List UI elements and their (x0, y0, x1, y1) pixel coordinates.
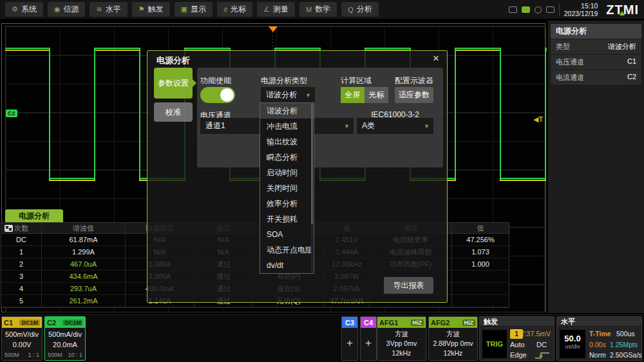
analysis-type-dropdown[interactable]: 谐波分析▼ (261, 87, 315, 103)
results-tab[interactable]: 电源分析 (5, 209, 63, 223)
table-cell: 261.2mA (42, 295, 125, 307)
menu-horizontal-button[interactable]: ≋水平 (90, 2, 127, 17)
channel-name: C2 (47, 319, 56, 327)
trigger-position-marker[interactable] (269, 26, 278, 32)
menu-item-inrush[interactable]: 冲击电流 (260, 119, 314, 134)
summary-row-voltage: 电压通道C1 (551, 54, 641, 70)
tab-parameter-settings[interactable]: 参数设置 (154, 68, 193, 99)
impedance-badge: HiZ (462, 319, 476, 326)
horizontal-icon: ≋ (96, 5, 102, 14)
analysis-type-menu: 谐波分析 冲击电流 输出纹波 瞬态分析 启动时间 关闭时间 效率分析 开关损耗 … (260, 102, 314, 274)
table-cell: 1.299A (42, 246, 125, 258)
trigger-panel[interactable]: 触发 TRIG 1 T:37.5mV Auto DC Edge (479, 316, 554, 361)
source-icon: ◉ (54, 5, 61, 14)
col-order: 次数 DC 1 2 3 4 5 (1, 223, 42, 307)
table-cell: 5 (1, 295, 41, 307)
menu-item-harmonic[interactable]: 谐波分析 (260, 103, 314, 119)
measure-icon: ∠ (263, 5, 270, 14)
menu-trigger-button[interactable]: ⚑触发 (132, 2, 170, 17)
horizontal-offset: 0.00s (589, 341, 606, 348)
touch-icon[interactable] (546, 6, 554, 13)
analysis-type-label: 电源分析类型 (261, 75, 307, 86)
menu-analysis-button[interactable]: Q分析 (341, 2, 379, 17)
tab-calibration[interactable]: 校准 (154, 102, 193, 122)
menu-math-button[interactable]: M数学 (299, 2, 337, 17)
iec-class-dropdown[interactable]: A类▼ (357, 118, 433, 134)
add-channel-button[interactable]: + (361, 337, 376, 350)
screen-status-icon[interactable] (509, 6, 517, 13)
menu-item-dvdt[interactable]: dv/dt (260, 258, 314, 273)
summary-title: 电源分析 (551, 24, 641, 39)
trigger-source-box[interactable]: TRIG (482, 330, 507, 358)
table-cell: 2 (1, 258, 41, 271)
menu-item-transient[interactable]: 瞬态分析 (260, 149, 314, 165)
timebase-scale: 50.0 (560, 334, 585, 343)
status-tray: 15:10 2023/12/19 ZTMI (509, 0, 639, 19)
menu-item-efficiency[interactable]: 效率分析 (260, 196, 314, 211)
trigger-level-value: T:37.5mV (521, 330, 551, 338)
ttime-value: 500us (616, 330, 635, 338)
brand-logo: ZTMI (602, 3, 639, 17)
impedance-badge: HiZ (411, 319, 424, 326)
add-channel-button[interactable]: + (342, 337, 357, 350)
menu-measure-button[interactable]: ∠测量 (257, 2, 295, 17)
channel-c3-block[interactable]: C3 + (341, 316, 358, 361)
usb-icon[interactable] (522, 6, 530, 13)
menu-item-rds[interactable]: 动态开点电阻 (260, 242, 314, 258)
cursor-icon: # (223, 6, 227, 14)
table-cell (452, 283, 509, 295)
table-cell (452, 295, 509, 307)
menu-display-button[interactable]: ▣显示 (175, 2, 213, 17)
menu-item-shutdown[interactable]: 关闭时间 (260, 180, 314, 196)
menu-scrollbar-thumb[interactable] (311, 104, 313, 224)
menu-system-button[interactable]: ⚙系统 (5, 2, 43, 17)
enable-toggle[interactable] (200, 87, 235, 103)
math-icon: M (306, 6, 312, 14)
c2-ground-marker[interactable]: C2 (6, 110, 17, 117)
horizontal-panel[interactable]: 水平 50.0 us/div T-Time 500us 0.00s 1.25Mp… (556, 316, 642, 361)
menu-item-ripple[interactable]: 输出纹波 (260, 134, 314, 149)
col-harmonic-value: 谐波值 61.87mA 1.299A 467.0uA 434.6mA 293.7… (42, 223, 126, 307)
menu-item-startup[interactable]: 启动时间 (260, 165, 314, 180)
horizontal-panel-title: 水平 (557, 317, 641, 327)
table-cell: 3 (1, 271, 41, 283)
enable-label: 功能使能 (200, 75, 231, 86)
trigger-coupling: DC (536, 341, 547, 348)
config-scope-label: 配置示波器 (395, 75, 433, 86)
logo-triangle-icon (620, 11, 625, 15)
trigger-panel-title: 触发 (480, 317, 554, 327)
afg1-block[interactable]: AFG1HiZ 方波3Vpp 0mv12kHz (377, 316, 426, 361)
network-icon[interactable] (535, 6, 542, 14)
channel-c4-block[interactable]: C4 + (360, 316, 377, 361)
region-cursor-button[interactable]: 光标 (365, 87, 388, 103)
table-cell (452, 271, 509, 283)
snapshot-icon[interactable] (5, 225, 13, 232)
adapt-params-button[interactable]: 适应参数 (395, 87, 433, 103)
table-cell: 467.0uA (42, 258, 125, 271)
rising-edge-icon (534, 351, 551, 359)
timebase-unit: us/div (560, 343, 585, 350)
top-toolbar: ⚙系统 ◉信源 ≋水平 ⚑触发 ▣显示 #光标 ∠测量 M数学 Q分析 15:1… (0, 0, 644, 19)
menu-item-switch-loss[interactable]: 开关损耗 (260, 211, 314, 227)
region-fullscreen-button[interactable]: 全屏 (341, 87, 365, 103)
timebase-box[interactable]: 50.0 us/div (560, 330, 585, 358)
close-icon[interactable]: × (433, 52, 439, 65)
search-icon: Q (348, 6, 354, 14)
channel-c2-block[interactable]: C2DC1M 500mA/div20.0mA 500M10 : 1 (44, 316, 86, 361)
channel-c1-block[interactable]: C1DC1M 500mV/div0.00V 500M1 : 1 (1, 316, 43, 361)
menu-item-soa[interactable]: SOA (260, 227, 314, 242)
summary-row-current: 电流通道C2 (551, 70, 641, 85)
dialog-title: 电源分析 (156, 55, 190, 66)
table-cell: 61.87mA (42, 234, 125, 246)
trigger-level-marker[interactable]: ◀T (533, 115, 543, 124)
memory-depth: 1.25Mpts (610, 341, 638, 348)
table-cell: 293.7uA (42, 283, 125, 295)
acquire-mode: Norm (589, 351, 606, 359)
menu-source-button[interactable]: ◉信源 (48, 2, 86, 17)
afg2-block[interactable]: AFG2HiZ 方波2.88Vpp 0mv12kHz (428, 316, 478, 361)
power-analysis-summary[interactable]: 电源分析 类型谐波分析 电压通道C1 电流通道C2 (550, 23, 642, 86)
display-icon: ▣ (181, 5, 187, 14)
menu-cursor-button[interactable]: #光标 (217, 2, 252, 17)
table-cell: 4 (1, 283, 41, 295)
export-report-button[interactable]: 导出报表 (384, 277, 433, 294)
